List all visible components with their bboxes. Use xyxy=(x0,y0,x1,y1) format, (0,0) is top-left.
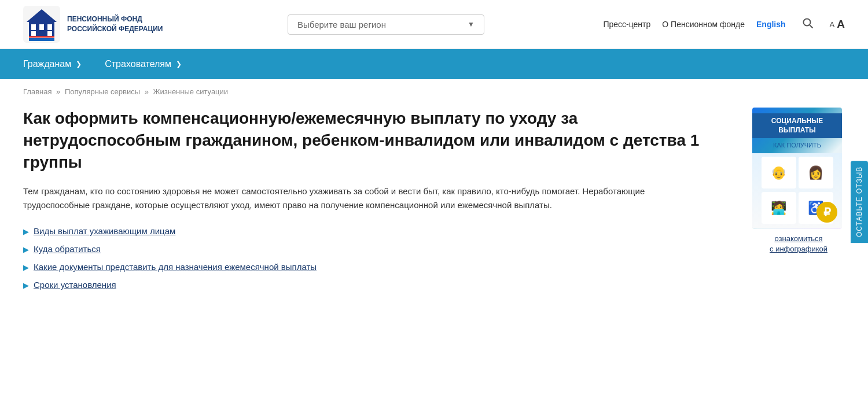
list-item: ▶ Какие документы представить для назнач… xyxy=(23,262,735,272)
region-placeholder-text: Выберите ваш регион xyxy=(297,20,386,29)
svg-rect-2 xyxy=(31,24,36,30)
logo-link[interactable]: ПЕНСИОННЫЙ ФОНД РОССИЙСКОЙ ФЕДЕРАЦИИ xyxy=(23,6,163,43)
header-nav: Пресс-центр О Пенсионном фонде English А… xyxy=(603,15,845,34)
intro-text: Тем гражданам, кто по состоянию здоровья… xyxy=(23,184,689,212)
list-arrow-icon-4: ▶ xyxy=(23,281,29,290)
infographic-link[interactable]: ознакомиться с инфографикой xyxy=(752,234,845,254)
nav-insurers-arrow: ❯ xyxy=(176,60,182,68)
nav-citizens-label: Гражданам xyxy=(23,59,71,69)
infographic-subtitle: КАК ПОЛУЧИТЬ xyxy=(773,142,821,149)
search-icon xyxy=(802,17,814,29)
english-lang-link[interactable]: English xyxy=(756,20,786,29)
press-center-link[interactable]: Пресс-центр xyxy=(603,20,650,29)
list-item: ▶ Сроки установления xyxy=(23,280,735,290)
list-item: ▶ Куда обратиться xyxy=(23,244,735,254)
infographic-title: СОЦИАЛЬНЫЕ ВЫПЛАТЫ xyxy=(752,113,842,138)
breadcrumb: Главная » Популярные сервисы » Жизненные… xyxy=(0,79,868,102)
link-where-to-apply[interactable]: Куда обратиться xyxy=(34,244,101,254)
link-documents[interactable]: Какие документы представить для назначен… xyxy=(34,262,317,272)
font-small-button[interactable]: А xyxy=(830,20,835,29)
main-nav-bar: Гражданам ❯ Страхователям ❯ xyxy=(0,49,868,79)
nav-citizens[interactable]: Гражданам ❯ xyxy=(23,49,93,79)
infog-cell-3: 🧑‍💻 xyxy=(762,192,796,224)
breadcrumb-sep1: » xyxy=(56,87,60,96)
nav-insurers-label: Страхователям xyxy=(105,59,171,69)
about-link[interactable]: О Пенсионном фонде xyxy=(662,20,745,29)
font-large-button[interactable]: А xyxy=(837,18,845,31)
link-payment-types[interactable]: Виды выплат ухаживающим лицам xyxy=(34,226,175,236)
region-dropdown[interactable]: Выберите ваш регион ▼ xyxy=(288,14,484,35)
svg-rect-9 xyxy=(29,36,54,38)
breadcrumb-popular[interactable]: Популярные сервисы xyxy=(65,87,140,96)
svg-rect-3 xyxy=(39,24,44,30)
search-button[interactable] xyxy=(797,15,818,34)
list-arrow-icon-3: ▶ xyxy=(23,263,29,272)
infog-cell-1: 👴 xyxy=(762,157,796,188)
breadcrumb-current: Жизненные ситуации xyxy=(153,87,228,96)
nav-citizens-arrow: ❯ xyxy=(76,60,82,68)
chevron-down-icon: ▼ xyxy=(468,20,475,28)
page-title: Как оформить компенсационную/ежемесячную… xyxy=(23,108,735,173)
infographic-graphics: 👴 👩 🧑‍💻 ♿ ₽ xyxy=(752,153,842,228)
infographic-image: СОЦИАЛЬНЫЕ ВЫПЛАТЫ КАК ПОЛУЧИТЬ 👴 👩 🧑‍💻 … xyxy=(752,108,842,229)
breadcrumb-sep2: » xyxy=(145,87,149,96)
list-item: ▶ Виды выплат ухаживающим лицам xyxy=(23,226,735,236)
region-select-area: Выберите ваш регион ▼ xyxy=(186,14,586,35)
list-arrow-icon-1: ▶ xyxy=(23,227,29,236)
logo-icon xyxy=(23,6,60,43)
content-right: СОЦИАЛЬНЫЕ ВЫПЛАТЫ КАК ПОЛУЧИТЬ 👴 👩 🧑‍💻 … xyxy=(752,108,845,298)
infog-cell-2: 👩 xyxy=(799,157,833,188)
content-left: Как оформить компенсационную/ежемесячную… xyxy=(23,108,735,298)
breadcrumb-home[interactable]: Главная xyxy=(23,87,52,96)
nav-insurers[interactable]: Страхователям ❯ xyxy=(93,49,193,79)
list-arrow-icon-2: ▶ xyxy=(23,245,29,254)
svg-rect-10 xyxy=(29,38,54,41)
feedback-tab[interactable]: ОСТАВЬТЕ ОТЗЫВ xyxy=(851,160,868,242)
ruble-badge: ₽ xyxy=(816,202,837,223)
svg-rect-4 xyxy=(47,24,52,30)
links-list: ▶ Виды выплат ухаживающим лицам ▶ Куда о… xyxy=(23,226,735,290)
site-header: ПЕНСИОННЫЙ ФОНД РОССИЙСКОЙ ФЕДЕРАЦИИ Выб… xyxy=(0,0,868,49)
font-size-controls: А А xyxy=(830,18,845,31)
logo-text: ПЕНСИОННЫЙ ФОНД РОССИЙСКОЙ ФЕДЕРАЦИИ xyxy=(67,14,163,34)
svg-line-12 xyxy=(810,25,812,28)
main-content: Как оформить компенсационную/ежемесячную… xyxy=(0,102,868,321)
infographic-block: СОЦИАЛЬНЫЕ ВЫПЛАТЫ КАК ПОЛУЧИТЬ 👴 👩 🧑‍💻 … xyxy=(752,108,845,254)
link-terms[interactable]: Сроки установления xyxy=(34,280,116,290)
